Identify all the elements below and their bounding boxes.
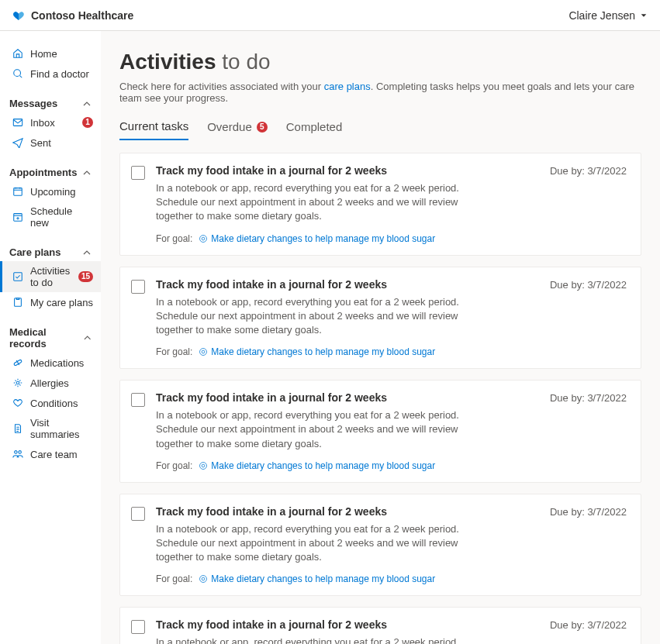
- task-checkbox[interactable]: [131, 166, 145, 180]
- goal-prefix: For goal:: [156, 573, 192, 584]
- target-icon: [199, 347, 208, 356]
- chevron-up-icon: [83, 333, 92, 343]
- task-checkbox[interactable]: [131, 620, 145, 634]
- heart-icon: [12, 397, 24, 409]
- nav-label: Sent: [30, 137, 93, 149]
- svg-point-11: [202, 237, 205, 240]
- people-icon: [12, 448, 24, 460]
- task-body: Track my food intake in a journal for 2 …: [156, 505, 627, 585]
- sidebar-item-my-care-plans[interactable]: My care plans: [0, 292, 101, 312]
- tab-current[interactable]: Current tasks: [119, 119, 188, 140]
- task-card: Track my food intake in a journal for 2 …: [119, 607, 641, 644]
- task-desc: In a notebook or app, record everything …: [156, 635, 466, 644]
- svg-point-10: [200, 235, 207, 242]
- task-card: Track my food intake in a journal for 2 …: [119, 153, 641, 256]
- care-plans-link[interactable]: care plans: [324, 81, 371, 92]
- task-due: Due by: 3/7/2022: [550, 506, 627, 518]
- task-goal-row: For goal: Make dietary changes to help m…: [156, 573, 627, 584]
- task-title: Track my food intake in a journal for 2 …: [156, 391, 387, 404]
- brand: Contoso Healthcare: [12, 9, 133, 22]
- tab-overdue[interactable]: Overdue 5: [207, 119, 268, 140]
- sidebar-group-medical-records[interactable]: Medical records: [0, 323, 101, 353]
- pill-icon: [12, 356, 24, 369]
- task-checkbox[interactable]: [131, 280, 145, 294]
- target-icon: [199, 234, 208, 243]
- sidebar-item-visit-summaries[interactable]: Visit summaries: [0, 413, 101, 444]
- sidebar-item-activities[interactable]: Activities to do 15: [0, 261, 101, 292]
- page-title-rest: to do: [222, 50, 270, 74]
- sidebar-item-sent[interactable]: Sent: [0, 133, 101, 153]
- sidebar-item-find-doctor[interactable]: Find a doctor: [0, 64, 101, 84]
- task-body: Track my food intake in a journal for 2 …: [156, 278, 627, 358]
- nav-label: Home: [30, 48, 93, 60]
- svg-rect-4: [14, 273, 22, 281]
- sidebar-item-conditions[interactable]: Conditions: [0, 393, 101, 413]
- goal-prefix: For goal:: [156, 346, 192, 357]
- goal-link[interactable]: Make dietary changes to help manage my b…: [199, 460, 435, 471]
- task-title: Track my food intake in a journal for 2 …: [156, 278, 387, 291]
- group-title: Messages: [9, 98, 57, 109]
- task-due: Due by: 3/7/2022: [550, 165, 627, 177]
- sidebar-group-care-plans[interactable]: Care plans: [0, 243, 101, 261]
- group-title: Care plans: [9, 246, 60, 258]
- task-desc: In a notebook or app, record everything …: [156, 295, 466, 338]
- nav-label: Care team: [30, 449, 93, 460]
- task-title: Track my food intake in a journal for 2 …: [156, 618, 387, 631]
- nav-label: Schedule new: [30, 205, 93, 229]
- calendar-icon: [12, 185, 24, 198]
- svg-point-12: [200, 349, 207, 356]
- nav-label: Visit summaries: [30, 417, 93, 440]
- tabs: Current tasks Overdue 5 Completed: [119, 119, 641, 140]
- nav-label: Activities to do: [30, 265, 72, 288]
- goal-link[interactable]: Make dietary changes to help manage my b…: [199, 233, 435, 244]
- nav-label: Conditions: [30, 398, 93, 409]
- group-title: Appointments: [9, 167, 77, 178]
- task-body: Track my food intake in a journal for 2 …: [156, 164, 627, 244]
- task-checkbox[interactable]: [131, 393, 145, 407]
- task-goal-row: For goal: Make dietary changes to help m…: [156, 346, 627, 357]
- goal-prefix: For goal:: [156, 460, 192, 471]
- user-menu[interactable]: Claire Jensen: [568, 9, 648, 22]
- send-icon: [12, 136, 24, 149]
- sidebar-group-appointments[interactable]: Appointments: [0, 164, 101, 181]
- svg-rect-2: [14, 188, 22, 196]
- sidebar-item-care-team[interactable]: Care team: [0, 444, 101, 464]
- sidebar-group-messages[interactable]: Messages: [0, 95, 101, 112]
- brand-name: Contoso Healthcare: [31, 9, 133, 22]
- task-card: Track my food intake in a journal for 2 …: [119, 494, 641, 597]
- goal-link[interactable]: Make dietary changes to help manage my b…: [199, 346, 435, 357]
- tab-completed[interactable]: Completed: [286, 119, 343, 140]
- nav-label: Find a doctor: [30, 68, 93, 80]
- task-due: Due by: 3/7/2022: [550, 392, 627, 404]
- sidebar-item-upcoming[interactable]: Upcoming: [0, 181, 101, 201]
- svg-point-13: [202, 350, 205, 353]
- svg-point-8: [15, 451, 18, 454]
- task-card: Track my food intake in a journal for 2 …: [119, 380, 641, 483]
- task-due: Due by: 3/7/2022: [550, 279, 627, 291]
- task-checkbox[interactable]: [131, 507, 145, 521]
- svg-point-16: [200, 576, 207, 583]
- sidebar-item-home[interactable]: Home: [0, 43, 101, 64]
- checklist-icon: [12, 270, 24, 283]
- sidebar: Home Find a doctor Messages Inbox 1: [0, 31, 101, 644]
- svg-point-17: [202, 577, 205, 580]
- sidebar-item-medications[interactable]: Medications: [0, 353, 101, 373]
- task-desc: In a notebook or app, record everything …: [156, 522, 466, 565]
- sidebar-item-schedule-new[interactable]: Schedule new: [0, 201, 101, 232]
- sidebar-item-inbox[interactable]: Inbox 1: [0, 112, 101, 133]
- task-title: Track my food intake in a journal for 2 …: [156, 505, 387, 518]
- goal-link[interactable]: Make dietary changes to help manage my b…: [199, 573, 435, 584]
- subtitle-pre: Check here for activities associated wit…: [119, 81, 324, 92]
- mail-icon: [12, 116, 24, 129]
- search-doctor-icon: [12, 67, 24, 80]
- page-title-bold: Activities: [119, 50, 216, 74]
- svg-point-7: [16, 381, 19, 384]
- nav-label: Upcoming: [30, 186, 93, 198]
- group-title: Medical records: [9, 326, 83, 350]
- sidebar-item-allergies[interactable]: Allergies: [0, 373, 101, 393]
- badge: 1: [82, 117, 93, 128]
- nav-label: Inbox: [30, 117, 76, 129]
- goal-link-text: Make dietary changes to help manage my b…: [211, 573, 435, 584]
- user-name: Claire Jensen: [568, 9, 635, 22]
- page-title: Activities to do: [119, 50, 641, 74]
